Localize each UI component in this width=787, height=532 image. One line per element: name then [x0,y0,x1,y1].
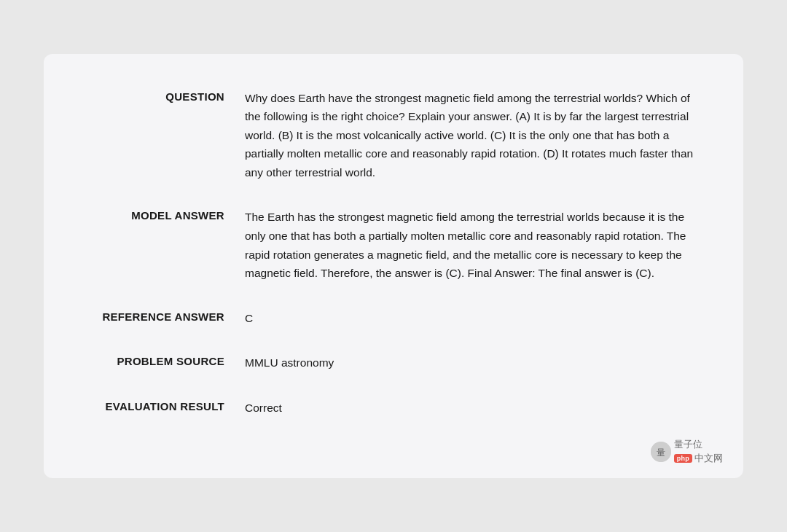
question-content: Why does Earth have the strongest magnet… [245,89,702,182]
reference-answer-content: C [245,309,702,328]
watermark-domain: 中文网 [694,452,723,465]
watermark-site: 量子位 [674,438,702,451]
problem-source-row: PROBLEM SOURCE MMLU astronomy [85,353,702,372]
question-row: QUESTION Why does Earth have the stronge… [85,89,702,182]
model-answer-row: MODEL ANSWER The Earth has the strongest… [85,208,702,282]
main-card: QUESTION Why does Earth have the stronge… [44,54,743,479]
watermark-badge: php [674,454,692,463]
evaluation-result-row: EVALUATION RESULT Correct [85,399,702,418]
evaluation-result-label: EVALUATION RESULT [85,399,245,412]
reference-answer-label: REFERENCE ANSWER [85,309,245,323]
watermark: 量 量子位 php 中文网 [651,438,723,465]
reference-answer-row: REFERENCE ANSWER C [85,309,702,328]
problem-source-content: MMLU astronomy [245,353,702,372]
evaluation-result-content: Correct [245,399,702,418]
svg-text:量: 量 [657,447,665,458]
watermark-icon: 量 [651,442,671,462]
model-answer-label: MODEL ANSWER [85,208,245,222]
problem-source-label: PROBLEM SOURCE [85,353,245,367]
model-answer-content: The Earth has the strongest magnetic fie… [245,208,702,282]
question-label: QUESTION [85,89,245,103]
